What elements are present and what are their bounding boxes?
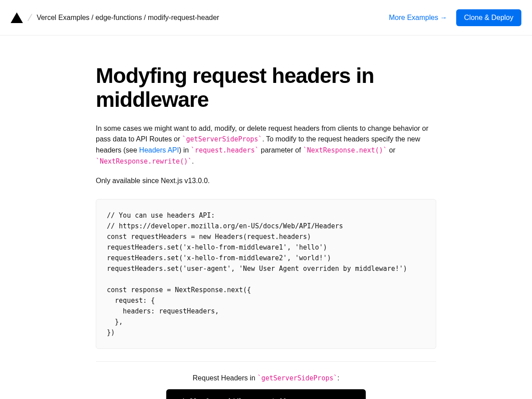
slash-divider-icon: / (27, 11, 33, 24)
header-right: More Examples → Clone & Deploy (389, 9, 521, 26)
result-row: x-hello-from-middleware1: hello (175, 396, 357, 399)
main-content: Modyfing request headers in middleware I… (96, 35, 436, 399)
page-title: Modyfing request headers in middleware (96, 64, 436, 112)
inline-code-rewrite: `NextResponse.rewrite()` (96, 157, 192, 165)
code-block[interactable]: // You can use headers API: // https://d… (96, 199, 436, 349)
intro-text: parameter of (259, 146, 303, 154)
inline-code-next: `NextResponse.next()` (303, 146, 387, 154)
breadcrumb[interactable]: Vercel Examples / edge-functions / modif… (37, 14, 219, 22)
header-left: / Vercel Examples / edge-functions / mod… (11, 12, 219, 24)
result-label-suffix: : (337, 374, 339, 382)
result-box: x-hello-from-middleware1: hello x-hello-… (166, 389, 366, 399)
intro-text: or (387, 146, 395, 154)
intro-text: . (192, 157, 194, 165)
headers-api-link[interactable]: Headers API (139, 146, 179, 154)
clone-deploy-button[interactable]: Clone & Deploy (456, 9, 521, 26)
intro-paragraph: In some cases we might want to add, modi… (96, 123, 436, 167)
intro-text: ) in (179, 146, 191, 154)
divider (96, 361, 436, 362)
result-label: Request Headers in `getServerSideProps`: (96, 374, 436, 382)
version-note: Only available since Next.js v13.0.0. (96, 177, 436, 185)
result-label-prefix: Request Headers in (193, 374, 258, 382)
inline-code-request-headers: `request.headers` (191, 146, 259, 154)
inline-code-gssp: `getServerSideProps` (182, 135, 262, 143)
vercel-logo-icon[interactable] (11, 12, 23, 23)
inline-code-result: `getServerSideProps` (257, 374, 337, 382)
header: / Vercel Examples / edge-functions / mod… (0, 0, 532, 35)
more-examples-link[interactable]: More Examples → (389, 14, 447, 22)
